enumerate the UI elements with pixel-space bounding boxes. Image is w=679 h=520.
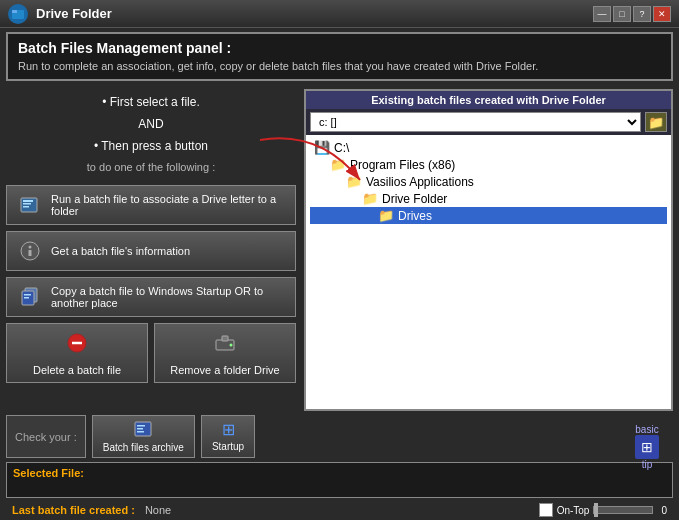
last-batch-bar: Last batch file created : None On-Top 0 (6, 501, 673, 519)
run-icon (17, 192, 43, 218)
tree-item-cdrive[interactable]: 💾 C:\ (310, 139, 667, 156)
folder-icon-drives: 📁 (378, 208, 394, 223)
batch-archive-label: Batch files archive (103, 442, 184, 453)
browser-title: Existing batch files created with Drive … (306, 91, 671, 109)
tree-label-programfiles: Program Files (x86) (350, 158, 455, 172)
slider-value: 0 (661, 505, 667, 516)
on-top-checkbox[interactable] (539, 503, 553, 517)
svg-rect-21 (137, 428, 143, 430)
run-batch-button[interactable]: Run a batch file to associate a Drive le… (6, 185, 296, 225)
right-panel: Existing batch files created with Drive … (304, 89, 673, 411)
tip-label: tip (635, 459, 659, 470)
svg-rect-3 (23, 200, 33, 202)
selected-file-value (13, 480, 666, 494)
info-batch-button[interactable]: Get a batch file's information (6, 231, 296, 271)
folder-icon-vasilios: 📁 (346, 174, 362, 189)
instruction-and: AND (6, 113, 296, 135)
svg-rect-16 (222, 336, 228, 341)
minimize-button[interactable]: — (593, 6, 611, 22)
title-bar: Drive Folder — □ ? ✕ (0, 0, 679, 28)
tree-label-drivefolder: Drive Folder (382, 192, 447, 206)
last-batch-label: Last batch file created : (12, 504, 135, 516)
windows-icon: ⊞ (222, 420, 235, 439)
maximize-button[interactable]: □ (613, 6, 631, 22)
svg-point-17 (230, 344, 233, 347)
close-button[interactable]: ✕ (653, 6, 671, 22)
remove-icon (212, 330, 238, 356)
help-button[interactable]: ? (633, 6, 651, 22)
info-batch-label: Get a batch file's information (51, 245, 190, 257)
selected-file-label: Selected File: (13, 467, 84, 479)
startup-button[interactable]: ⊞ Startup (201, 415, 255, 458)
tree-item-vasilios[interactable]: 📁 Vasilios Applications (310, 173, 667, 190)
folder-icon-drivefolder: 📁 (362, 191, 378, 206)
svg-rect-8 (29, 250, 32, 256)
delete-batch-label: Delete a batch file (33, 364, 121, 376)
svg-rect-20 (137, 425, 145, 427)
window-title: Drive Folder (36, 6, 593, 21)
instruction-select: • First select a file. (6, 91, 296, 113)
copy-batch-label: Copy a batch file to Windows Startup OR … (51, 285, 285, 309)
run-batch-label: Run a batch file to associate a Drive le… (51, 193, 285, 217)
opacity-slider[interactable] (593, 506, 653, 514)
archive-icon (133, 420, 153, 440)
folder-icon-programfiles: 📁 (330, 157, 346, 172)
app-icon (8, 4, 28, 24)
svg-point-7 (29, 246, 32, 249)
basic-tip-section: basic ⊞ tip (635, 424, 659, 470)
copy-icon (17, 284, 43, 310)
info-icon (17, 238, 43, 264)
instruction-following: to do one of the following : (6, 157, 296, 177)
delete-batch-button[interactable]: Delete a batch file (6, 323, 148, 383)
check-row: Check your : Batch files archive ⊞ Start… (6, 415, 673, 458)
tree-label-drives: Drives (398, 209, 432, 223)
file-tree[interactable]: 💾 C:\ 📁 Program Files (x86) 📁 Vasilios A… (306, 135, 671, 409)
last-batch-value: None (145, 504, 171, 516)
svg-rect-4 (23, 203, 31, 205)
remove-drive-button[interactable]: Remove a folder Drive (154, 323, 296, 383)
svg-rect-11 (24, 294, 31, 296)
delete-icon (64, 330, 90, 356)
instruction-press: • Then press a button (6, 135, 296, 157)
delete-remove-row: Delete a batch file Remove a folder Driv… (6, 323, 296, 383)
startup-label: Startup (212, 441, 244, 452)
tree-label-vasilios: Vasilios Applications (366, 175, 474, 189)
selected-file-section: Selected File: (6, 462, 673, 498)
open-folder-button[interactable]: 📁 (645, 112, 667, 132)
panel-subtitle: Run to complete an association, get info… (18, 59, 661, 73)
drive-select[interactable]: c: [] (310, 112, 641, 132)
tree-item-programfiles[interactable]: 📁 Program Files (x86) (310, 156, 667, 173)
window-controls: — □ ? ✕ (593, 6, 671, 22)
drive-icon: 💾 (314, 140, 330, 155)
left-panel: • First select a file. AND • Then press … (6, 89, 296, 411)
tree-item-drives[interactable]: 📁 Drives (310, 207, 667, 224)
svg-rect-22 (137, 431, 144, 433)
check-label: Check your : (6, 415, 86, 458)
svg-rect-5 (23, 206, 29, 208)
basic-label: basic (635, 424, 659, 435)
tip-icon: ⊞ (635, 435, 659, 459)
svg-rect-12 (24, 297, 29, 299)
browser-toolbar: c: [] 📁 (306, 109, 671, 135)
remove-drive-label: Remove a folder Drive (170, 364, 279, 376)
main-content: • First select a file. AND • Then press … (0, 85, 679, 415)
on-top-label: On-Top (557, 505, 590, 516)
tree-item-drivefolder[interactable]: 📁 Drive Folder (310, 190, 667, 207)
copy-batch-button[interactable]: Copy a batch file to Windows Startup OR … (6, 277, 296, 317)
batch-archive-button[interactable]: Batch files archive (92, 415, 195, 458)
file-browser: Existing batch files created with Drive … (304, 89, 673, 411)
on-top-section: On-Top 0 (539, 503, 667, 517)
header-panel: Batch Files Management panel : Run to co… (6, 32, 673, 81)
tree-label-cdrive: C:\ (334, 141, 349, 155)
panel-title: Batch Files Management panel : (18, 40, 661, 56)
svg-rect-1 (12, 10, 17, 13)
bottom-area: Check your : Batch files archive ⊞ Start… (0, 415, 679, 519)
